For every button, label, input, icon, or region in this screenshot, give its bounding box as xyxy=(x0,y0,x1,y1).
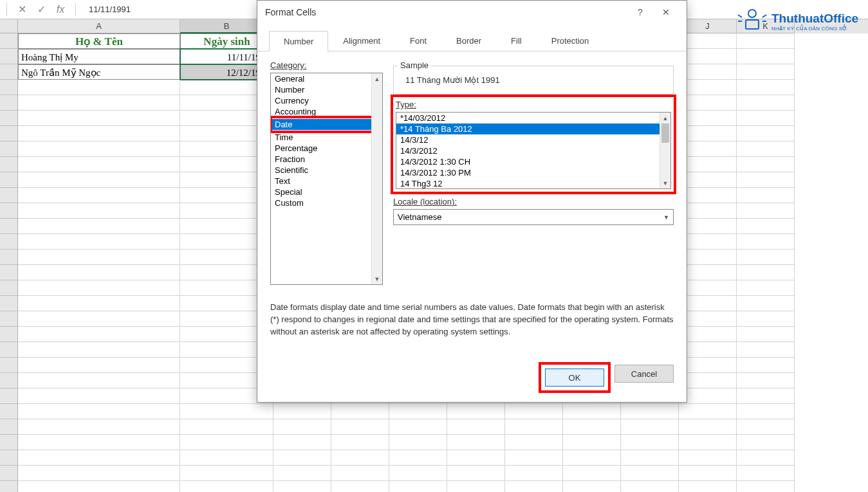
row-header[interactable] xyxy=(0,126,18,141)
cell-a3[interactable]: Ngô Trần Mỹ Ngọc xyxy=(18,64,180,80)
cancel-button[interactable]: Cancel xyxy=(614,365,674,383)
row-header[interactable] xyxy=(0,111,18,126)
cell[interactable] xyxy=(180,450,273,466)
type-item[interactable]: 14/3/2012 xyxy=(396,145,670,156)
category-item-scientific[interactable]: Scientific xyxy=(271,165,382,176)
cell[interactable] xyxy=(737,481,795,492)
tab-fill[interactable]: Fill xyxy=(496,30,537,51)
type-item[interactable]: 14/3/2012 1:30 CH xyxy=(396,156,670,167)
row-header[interactable] xyxy=(0,481,18,492)
cell[interactable] xyxy=(737,219,795,234)
cell[interactable] xyxy=(389,435,447,450)
row-header[interactable] xyxy=(0,327,18,342)
cell[interactable] xyxy=(737,80,795,95)
cell[interactable] xyxy=(737,172,795,188)
cell[interactable] xyxy=(737,49,795,64)
cell[interactable] xyxy=(679,203,737,219)
cell[interactable] xyxy=(679,265,737,280)
cell[interactable] xyxy=(679,481,737,492)
cell[interactable] xyxy=(18,419,180,435)
cell[interactable] xyxy=(18,373,180,388)
cell[interactable] xyxy=(737,188,795,203)
cell[interactable] xyxy=(273,435,331,450)
row-header[interactable] xyxy=(0,466,18,481)
cell[interactable] xyxy=(18,126,180,141)
cell[interactable] xyxy=(563,450,621,466)
cell[interactable] xyxy=(18,481,180,492)
row-header[interactable] xyxy=(0,280,18,296)
row-header[interactable] xyxy=(0,373,18,388)
cell[interactable] xyxy=(737,234,795,250)
cell[interactable] xyxy=(737,373,795,388)
row-header[interactable] xyxy=(0,296,18,311)
cell[interactable] xyxy=(621,450,679,466)
category-item-accounting[interactable]: Accounting xyxy=(271,106,382,117)
cell[interactable] xyxy=(18,404,180,419)
cell[interactable] xyxy=(447,435,505,450)
scroll-up-icon[interactable]: ▲ xyxy=(660,113,670,123)
cell[interactable] xyxy=(679,373,737,388)
cell[interactable] xyxy=(447,466,505,481)
cell[interactable] xyxy=(679,327,737,342)
cell[interactable] xyxy=(679,450,737,466)
tab-number[interactable]: Number xyxy=(269,31,328,51)
cell[interactable] xyxy=(505,481,563,492)
cell[interactable] xyxy=(331,481,389,492)
scrollbar[interactable]: ▲ ▼ xyxy=(371,73,382,284)
cell[interactable] xyxy=(737,203,795,219)
row-header[interactable] xyxy=(0,388,18,404)
cell[interactable] xyxy=(389,481,447,492)
cell[interactable] xyxy=(563,466,621,481)
cell[interactable] xyxy=(447,419,505,435)
row-header[interactable] xyxy=(0,435,18,450)
row-header[interactable] xyxy=(0,64,18,80)
cell[interactable] xyxy=(737,265,795,280)
cell[interactable] xyxy=(563,481,621,492)
cell[interactable] xyxy=(331,466,389,481)
cell[interactable] xyxy=(737,358,795,373)
row-header[interactable] xyxy=(0,404,18,419)
cell[interactable] xyxy=(273,419,331,435)
row-header[interactable] xyxy=(0,265,18,280)
type-listbox[interactable]: ▲ ▼ *14/03/2012*14 Tháng Ba 201214/3/121… xyxy=(396,112,671,189)
cell[interactable] xyxy=(737,342,795,358)
cell[interactable] xyxy=(679,157,737,172)
select-all-corner[interactable] xyxy=(0,19,18,33)
cell[interactable] xyxy=(331,450,389,466)
category-item-text[interactable]: Text xyxy=(271,176,382,187)
cell[interactable] xyxy=(505,404,563,419)
cell[interactable] xyxy=(505,435,563,450)
cell[interactable] xyxy=(447,404,505,419)
row-header[interactable] xyxy=(0,203,18,219)
cell[interactable] xyxy=(273,481,331,492)
cell[interactable] xyxy=(679,111,737,126)
cell-a1[interactable]: Họ & Tên xyxy=(18,33,180,49)
cell[interactable] xyxy=(273,404,331,419)
cell[interactable] xyxy=(180,481,273,492)
cell[interactable] xyxy=(18,358,180,373)
row-header[interactable] xyxy=(0,342,18,358)
cell[interactable] xyxy=(18,157,180,172)
cell[interactable] xyxy=(679,388,737,404)
cell[interactable] xyxy=(18,342,180,358)
col-header-a[interactable]: A xyxy=(18,19,180,33)
cell[interactable] xyxy=(180,419,273,435)
cell[interactable] xyxy=(563,435,621,450)
cell[interactable] xyxy=(505,466,563,481)
cell[interactable] xyxy=(737,450,795,466)
col-header-j[interactable]: J xyxy=(679,19,737,33)
cell[interactable] xyxy=(18,219,180,234)
cell[interactable] xyxy=(679,358,737,373)
cell[interactable] xyxy=(18,234,180,250)
cell[interactable] xyxy=(18,172,180,188)
tab-protection[interactable]: Protection xyxy=(537,30,604,51)
cell[interactable] xyxy=(679,219,737,234)
scroll-up-icon[interactable]: ▲ xyxy=(372,73,382,84)
cell[interactable] xyxy=(679,280,737,296)
cell[interactable] xyxy=(737,64,795,80)
cancel-entry-icon[interactable]: ✕ xyxy=(16,4,28,15)
row-header[interactable] xyxy=(0,219,18,234)
cell[interactable] xyxy=(679,188,737,203)
row-header[interactable] xyxy=(0,250,18,265)
scroll-down-icon[interactable]: ▼ xyxy=(660,178,670,188)
